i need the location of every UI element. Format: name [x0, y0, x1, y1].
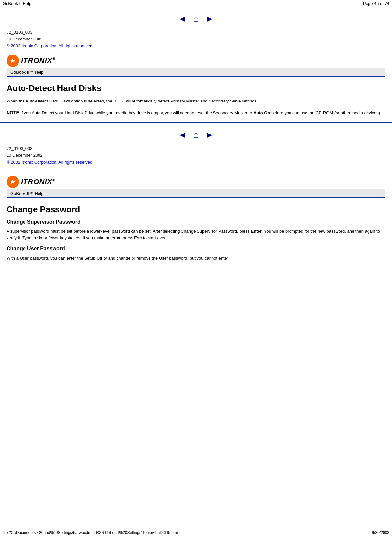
doc-date-2: 10 December 2002 — [7, 152, 385, 159]
registered-mark-2: ® — [52, 178, 55, 182]
note-text-1: If you Auto-Detect your Hard Disk Drive … — [19, 110, 253, 115]
logo-text-2: ITRONIX® — [21, 178, 55, 186]
back-icon-2[interactable]: ◄ — [178, 130, 187, 140]
registered-mark-1: ® — [52, 57, 55, 61]
body1-bold1: Enter — [251, 229, 262, 234]
doc-id-2: 72_0103_003 — [7, 145, 385, 152]
section1-meta: 72_0103_003 10 December 2002 © 2002 Itro… — [0, 29, 392, 77]
logo-area-1: ITRONIX® — [7, 55, 385, 67]
back-icon[interactable]: ◄ — [178, 14, 187, 24]
body1-bold2: Esc — [134, 235, 142, 240]
copyright-link-2[interactable]: © 2002 Itronix Corporation. All rights r… — [7, 160, 94, 165]
section2-body1: A supervisor password must be set before… — [7, 228, 385, 241]
filepath: file://C:\Documents%20and%20Settings\har… — [3, 530, 178, 535]
logo-circle-2 — [7, 176, 19, 188]
body1-part1: A supervisor password must be set before… — [7, 229, 251, 234]
home-icon-2[interactable]: ⌂ — [193, 129, 199, 140]
meta-info-1: 72_0103_003 10 December 2002 © 2002 Itro… — [7, 29, 385, 49]
gobook-label-2: GoBook II™ Help — [10, 191, 43, 196]
note-label: NOTE — [7, 110, 19, 115]
meta-info-2: 72_0103_003 10 December 2002 © 2002 Itro… — [7, 145, 385, 166]
section1-content: Auto-Detect Hard Disks When the Auto-Det… — [0, 83, 392, 116]
logo-text-1: ITRONIX® — [21, 56, 55, 65]
date: 9/30/2003 — [372, 530, 389, 535]
note-bold: Auto On — [253, 110, 270, 115]
top-bar: GoBook II Help Page 45 of 74 — [0, 0, 392, 7]
body1-part3: to start over. — [142, 235, 166, 240]
gobook-header-1: GoBook II™ Help — [7, 68, 385, 77]
status-bar: file://C:\Documents%20and%20Settings\har… — [0, 529, 392, 536]
section2-body2: With a User password, you can enter the … — [7, 255, 385, 261]
section1-body1: When the Auto-Detect Hard Disks option i… — [7, 98, 385, 104]
bottom-nav-icons-1[interactable]: ◄ ⌂ ► — [0, 123, 392, 143]
section2-heading: Change Password — [7, 204, 385, 214]
section2-content: Change Password Change Supervisor Passwo… — [0, 204, 392, 261]
note-text-2: before you can use the CD-ROM (or other … — [270, 110, 381, 115]
copyright-1[interactable]: © 2002 Itronix Corporation. All rights r… — [7, 43, 385, 50]
section1-bottom-meta: 72_0103_003 10 December 2002 © 2002 Itro… — [0, 145, 392, 166]
forward-icon[interactable]: ► — [205, 14, 214, 24]
logo-svg-1 — [9, 57, 16, 64]
logo-area-2: ITRONIX® — [7, 176, 385, 188]
copyright-2[interactable]: © 2002 Itronix Corporation. All rights r… — [7, 159, 385, 166]
logo-circle-1 — [7, 55, 19, 67]
page-info: Page 45 of 74 — [363, 1, 389, 6]
section1-heading: Auto-Detect Hard Disks — [7, 83, 385, 93]
app-title: GoBook II Help — [3, 1, 31, 6]
doc-id-1: 72_0103_003 — [7, 29, 385, 36]
copyright-link-1[interactable]: © 2002 Itronix Corporation. All rights r… — [7, 43, 94, 48]
section2-logo-area: ITRONIX® GoBook II™ Help — [0, 176, 392, 198]
forward-icon-2[interactable]: ► — [205, 130, 214, 140]
section1-note: NOTE If you Auto-Detect your Hard Disk D… — [7, 109, 385, 117]
subheading1: Change Supervisor Password — [7, 219, 385, 225]
subheading2: Change User Password — [7, 246, 385, 252]
top-nav-icons[interactable]: ◄ ⌂ ► — [0, 7, 392, 27]
gobook-label-1: GoBook II™ Help — [10, 70, 43, 75]
logo-svg-2 — [9, 178, 16, 185]
home-icon[interactable]: ⌂ — [193, 13, 199, 24]
doc-date-1: 10 December 2002 — [7, 36, 385, 43]
gobook-header-2: GoBook II™ Help — [7, 189, 385, 198]
